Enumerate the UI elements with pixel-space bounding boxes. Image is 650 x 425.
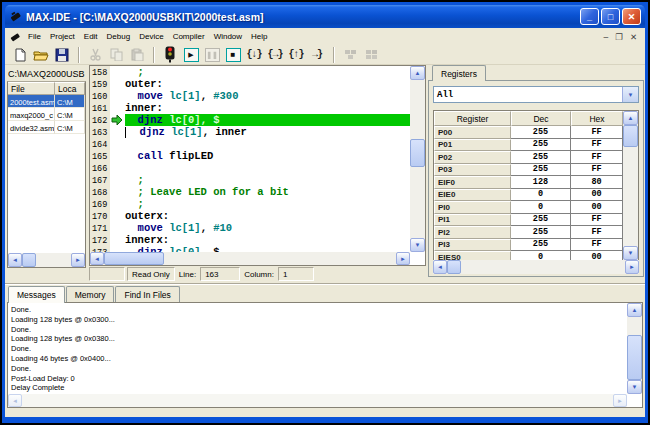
editor-vscrollbar[interactable]: ▲ ▼	[410, 66, 425, 252]
file-list-hscrollbar[interactable]: ◄ ►	[8, 253, 85, 267]
register-name[interactable]: PI2	[434, 226, 511, 239]
file-location[interactable]: C:\M	[55, 95, 85, 108]
tab-messages[interactable]: Messages	[8, 286, 65, 303]
scroll-down-icon[interactable]: ▼	[627, 380, 642, 394]
code-line[interactable]: ;	[125, 198, 410, 210]
menu-window[interactable]: Window	[211, 30, 245, 43]
code-line[interactable]: move lc[1], #300	[125, 90, 410, 102]
registers-hscrollbar[interactable]: ◄ ►	[433, 260, 639, 274]
scroll-left-icon[interactable]: ◄	[8, 394, 22, 407]
code-line[interactable]: djnz lc[0], $	[125, 114, 410, 126]
register-row[interactable]: P03255FF	[434, 164, 623, 177]
register-row[interactable]: PI1255FF	[434, 214, 623, 227]
code-line[interactable]: ;	[125, 66, 410, 78]
scroll-down-icon[interactable]: ▼	[410, 238, 425, 252]
traffic-light-icon[interactable]	[160, 45, 180, 64]
panel-separator[interactable]	[5, 283, 645, 285]
code-line[interactable]: innerx:	[125, 234, 410, 246]
close-button[interactable]: ✕	[622, 8, 641, 25]
tab-registers[interactable]: Registers	[432, 65, 486, 81]
minimize-button[interactable]: _	[580, 8, 599, 25]
step-over-icon[interactable]: {→}	[265, 45, 285, 64]
register-name[interactable]: PI0	[434, 201, 511, 214]
menu-compiler[interactable]: Compiler	[170, 30, 208, 43]
menu-project[interactable]: Project	[47, 30, 78, 43]
scroll-down-icon[interactable]: ▼	[623, 246, 638, 260]
menu-edit[interactable]: Edit	[81, 30, 101, 43]
code-line[interactable]: ; Leave LED on for a bit	[125, 186, 410, 198]
register-filter-dropdown[interactable]: All ▼	[433, 86, 639, 103]
code-line[interactable]: inner:	[125, 102, 410, 114]
messages-log[interactable]: Done.Loading 128 bytes @ 0x0300...Done.L…	[11, 305, 625, 393]
mdi-close-button[interactable]: ✕	[630, 32, 637, 42]
code-line[interactable]: ;	[125, 174, 410, 186]
register-name[interactable]: PI3	[434, 239, 511, 252]
registers-vscrollbar[interactable]: ▲ ▼	[623, 111, 638, 260]
run-to-cursor-icon[interactable]: →}	[307, 45, 327, 64]
file-list-header-file[interactable]: File	[8, 82, 55, 95]
scroll-right-icon[interactable]: ►	[71, 253, 85, 267]
stop-icon[interactable]: ■	[223, 45, 243, 64]
register-row[interactable]: P00255FF	[434, 126, 623, 139]
code-editor[interactable]: 1581591601611621631641651661671681691701…	[89, 65, 426, 266]
register-row[interactable]: PI0000	[434, 201, 623, 214]
scroll-left-icon[interactable]: ◄	[8, 253, 22, 267]
register-row[interactable]: EIES0000	[434, 251, 623, 260]
file-list-header-loca[interactable]: Loca	[55, 82, 85, 95]
file-name[interactable]: 2000test.asm	[8, 95, 55, 108]
step-into-icon[interactable]: {↓}	[244, 45, 264, 64]
scroll-thumb[interactable]	[104, 252, 164, 265]
code-line[interactable]	[125, 138, 410, 150]
step-out-icon[interactable]: {↑}	[286, 45, 306, 64]
run-icon[interactable]: ▶	[181, 45, 201, 64]
scroll-right-icon[interactable]: ►	[625, 260, 639, 274]
scroll-right-icon[interactable]: ►	[613, 394, 627, 407]
register-name[interactable]: P03	[434, 164, 511, 177]
register-name[interactable]: P00	[434, 126, 511, 139]
register-name[interactable]: P01	[434, 139, 511, 152]
scroll-thumb[interactable]	[627, 335, 642, 380]
scroll-right-icon[interactable]: ►	[396, 252, 410, 265]
code-lines[interactable]: ;outer: move lc[1], #300inner: djnz lc[0…	[125, 66, 410, 252]
file-location[interactable]: C:\M	[55, 121, 85, 134]
scroll-up-icon[interactable]: ▲	[410, 66, 425, 80]
menu-help[interactable]: Help	[248, 30, 270, 43]
register-name[interactable]: PI1	[434, 214, 511, 227]
register-name[interactable]: EIF0	[434, 176, 511, 189]
file-list-row[interactable]: maxq2000_cC:\M	[8, 108, 85, 121]
register-row[interactable]: EIF012880	[434, 176, 623, 189]
register-name[interactable]: EIE0	[434, 189, 511, 202]
code-line[interactable]: call flipLED	[125, 150, 410, 162]
messages-hscrollbar[interactable]: ◄ ►	[8, 394, 627, 407]
file-location[interactable]: C:\M	[55, 108, 85, 121]
code-line[interactable]	[125, 162, 410, 174]
file-list-row[interactable]: 2000test.asmC:\M	[8, 95, 85, 108]
code-line[interactable]: move lc[1], #10	[125, 222, 410, 234]
registers-header-register[interactable]: Register	[434, 111, 511, 126]
scroll-left-icon[interactable]: ◄	[433, 260, 447, 274]
scroll-thumb[interactable]	[22, 253, 36, 267]
mdi-minimize-button[interactable]: –	[604, 32, 609, 42]
menu-device[interactable]: Device	[136, 30, 166, 43]
register-row[interactable]: P02255FF	[434, 151, 623, 164]
scroll-up-icon[interactable]: ▲	[627, 303, 642, 317]
registers-header-dec[interactable]: Dec	[511, 111, 571, 126]
open-folder-icon[interactable]	[31, 45, 51, 64]
register-name[interactable]: P02	[434, 151, 511, 164]
maximize-button[interactable]: □	[601, 8, 620, 25]
scroll-thumb[interactable]	[447, 260, 461, 274]
new-file-icon[interactable]	[10, 45, 30, 64]
editor-hscrollbar[interactable]: ◄ ►	[90, 252, 410, 265]
file-name[interactable]: maxq2000_c	[8, 108, 55, 121]
code-line[interactable]: outerx:	[125, 210, 410, 222]
messages-vscrollbar[interactable]: ▲ ▼	[627, 303, 642, 394]
scroll-left-icon[interactable]: ◄	[90, 252, 104, 265]
register-row[interactable]: PI2255FF	[434, 226, 623, 239]
scroll-thumb[interactable]	[410, 139, 425, 167]
scroll-up-icon[interactable]: ▲	[623, 111, 638, 125]
chevron-down-icon[interactable]: ▼	[622, 87, 638, 102]
file-name[interactable]: divide32.asm	[8, 121, 55, 134]
file-list-row[interactable]: divide32.asmC:\M	[8, 121, 85, 134]
menu-file[interactable]: File	[25, 30, 44, 43]
registers-header-hex[interactable]: Hex	[571, 111, 623, 126]
